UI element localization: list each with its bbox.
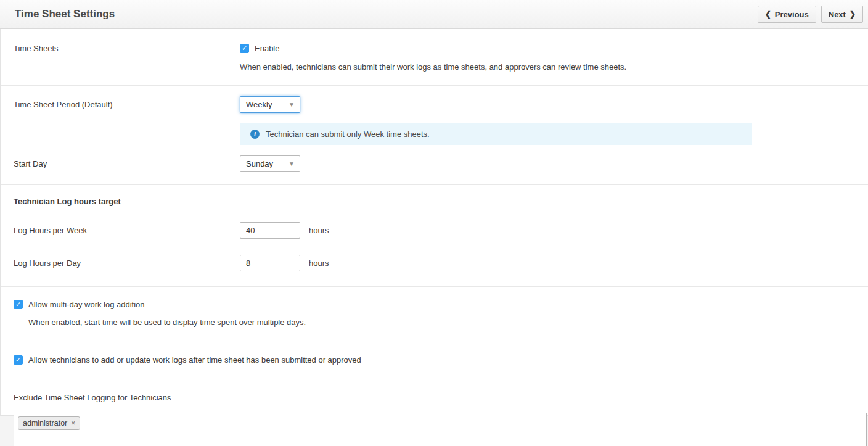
start-day-select[interactable]: Sunday ▼ <box>240 155 300 172</box>
period-select[interactable]: Weekly ▼ <box>240 96 300 113</box>
info-icon: i <box>250 130 260 139</box>
multi-day-checkbox-label[interactable]: Allow multi-day work log addition <box>28 300 145 309</box>
period-label: Time Sheet Period (Default) <box>1 96 240 110</box>
multi-day-checkbox[interactable]: ✓ <box>14 300 23 309</box>
time-sheets-label: Time Sheets <box>1 44 240 54</box>
hours-per-day-row: Log Hours per Day hours <box>1 255 868 271</box>
chevron-left-icon: ❮ <box>765 10 771 18</box>
exclude-label: Exclude Time Sheet Logging for Technicia… <box>1 393 868 402</box>
hours-per-week-input[interactable] <box>240 222 300 239</box>
hours-per-day-input[interactable] <box>240 255 300 271</box>
enable-checkbox-label[interactable]: Enable <box>255 44 279 53</box>
log-hours-section-title: Technician Log hours target <box>1 197 868 206</box>
update-after-submit-option: ✓ Allow technicians to add or update wor… <box>1 355 868 365</box>
period-info-banner: i Technician can submit only Week time s… <box>240 123 752 145</box>
hours-per-week-label: Log Hours per Week <box>1 226 240 236</box>
exclude-section: Exclude Time Sheet Logging for Technicia… <box>1 365 868 446</box>
exclude-technicians-input[interactable]: administrator × <box>14 413 867 446</box>
technician-tag: administrator × <box>18 416 80 430</box>
start-day-row: Start Day Sunday ▼ <box>1 145 868 184</box>
settings-form: Time Sheets ✓ Enable When enabled, techn… <box>0 29 868 415</box>
time-sheets-description: When enabled, technicians can submit the… <box>240 62 868 72</box>
period-info-text: Technician can submit only Week time she… <box>266 130 430 139</box>
update-after-submit-checkbox[interactable]: ✓ <box>14 355 23 365</box>
start-day-select-value: Sunday <box>246 159 273 168</box>
caret-down-icon: ▼ <box>289 160 295 167</box>
time-sheets-row: Time Sheets ✓ Enable When enabled, techn… <box>1 29 868 85</box>
log-hours-section: Technician Log hours target Log Hours pe… <box>1 185 868 286</box>
remove-tag-icon[interactable]: × <box>71 419 75 427</box>
start-day-label: Start Day <box>1 155 240 169</box>
hours-per-week-unit: hours <box>309 226 329 235</box>
multi-day-option: ✓ Allow multi-day work log addition When… <box>1 300 868 327</box>
caret-down-icon: ▼ <box>289 101 295 108</box>
hours-per-week-row: Log Hours per Week hours <box>1 222 868 239</box>
header-nav-buttons: ❮ Previous Next ❯ <box>758 6 863 23</box>
hours-per-day-label: Log Hours per Day <box>1 258 240 268</box>
chevron-right-icon: ❯ <box>850 10 856 18</box>
period-select-value: Weekly <box>246 100 272 109</box>
enable-checkbox[interactable]: ✓ <box>240 44 249 53</box>
update-after-submit-checkbox-label[interactable]: Allow technicians to add or update work … <box>28 355 361 365</box>
hours-per-day-unit: hours <box>309 258 329 268</box>
options-section: ✓ Allow multi-day work log addition When… <box>1 287 868 365</box>
next-button-label: Next <box>829 10 846 19</box>
period-row: Time Sheet Period (Default) Weekly ▼ i T… <box>1 86 868 145</box>
next-button[interactable]: Next ❯ <box>821 6 863 23</box>
previous-button[interactable]: ❮ Previous <box>758 6 816 23</box>
previous-button-label: Previous <box>775 10 809 19</box>
multi-day-description: When enabled, start time will be used to… <box>28 318 868 327</box>
page-title: Time Sheet Settings <box>15 8 115 20</box>
technician-tag-label: administrator <box>23 419 67 427</box>
page-header: Time Sheet Settings ❮ Previous Next ❯ <box>0 0 868 29</box>
